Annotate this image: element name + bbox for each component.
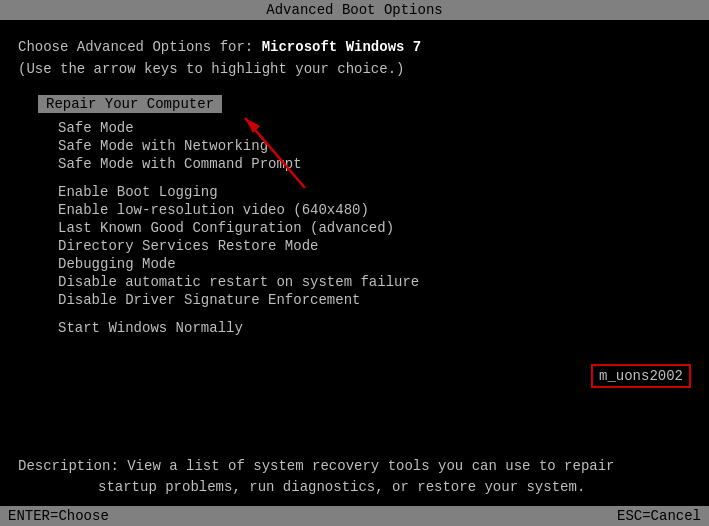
menu-item-disable-restart[interactable]: Disable automatic restart on system fail… bbox=[58, 273, 691, 291]
description: Description: View a list of system recov… bbox=[0, 446, 709, 498]
menu-item-safe-mode-cmd[interactable]: Safe Mode with Command Prompt bbox=[58, 155, 691, 173]
menu-item-safe-mode[interactable]: Safe Mode bbox=[58, 119, 691, 137]
intro-line1-plain: Choose Advanced Options for: bbox=[18, 39, 262, 55]
content: Choose Advanced Options for: Microsoft W… bbox=[0, 20, 709, 446]
title-label: Advanced Boot Options bbox=[266, 2, 442, 18]
menu-item-low-res[interactable]: Enable low-resolution video (640x480) bbox=[58, 201, 691, 219]
intro-line1-bold: Microsoft Windows 7 bbox=[262, 39, 422, 55]
intro-line2: (Use the arrow keys to highlight your ch… bbox=[18, 61, 404, 77]
menu-item-boot-logging[interactable]: Enable Boot Logging bbox=[58, 183, 691, 201]
menu-item-disable-driver[interactable]: Disable Driver Signature Enforcement bbox=[58, 291, 691, 309]
intro: Choose Advanced Options for: Microsoft W… bbox=[18, 36, 691, 81]
menu-item-debugging[interactable]: Debugging Mode bbox=[58, 255, 691, 273]
title-bar: Advanced Boot Options bbox=[0, 0, 709, 20]
footer-bar: ENTER=Choose ESC=Cancel bbox=[0, 506, 709, 526]
footer-enter: ENTER=Choose bbox=[8, 508, 109, 524]
watermark: m_uons2002 bbox=[591, 364, 691, 388]
description-line2: startup problems, run diagnostics, or re… bbox=[98, 477, 691, 498]
footer-esc: ESC=Cancel bbox=[617, 508, 701, 524]
spacer-1 bbox=[18, 173, 691, 183]
selected-menu-item[interactable]: Repair Your Computer bbox=[38, 95, 222, 113]
screen: Advanced Boot Options Choose Advanced Op… bbox=[0, 0, 709, 526]
menu-item-safe-mode-networking[interactable]: Safe Mode with Networking bbox=[58, 137, 691, 155]
description-line1: Description: View a list of system recov… bbox=[18, 456, 691, 477]
spacer-2 bbox=[18, 309, 691, 319]
menu-item-dir-services[interactable]: Directory Services Restore Mode bbox=[58, 237, 691, 255]
menu-item-last-known[interactable]: Last Known Good Configuration (advanced) bbox=[58, 219, 691, 237]
menu-item-start-normally[interactable]: Start Windows Normally bbox=[58, 319, 691, 337]
